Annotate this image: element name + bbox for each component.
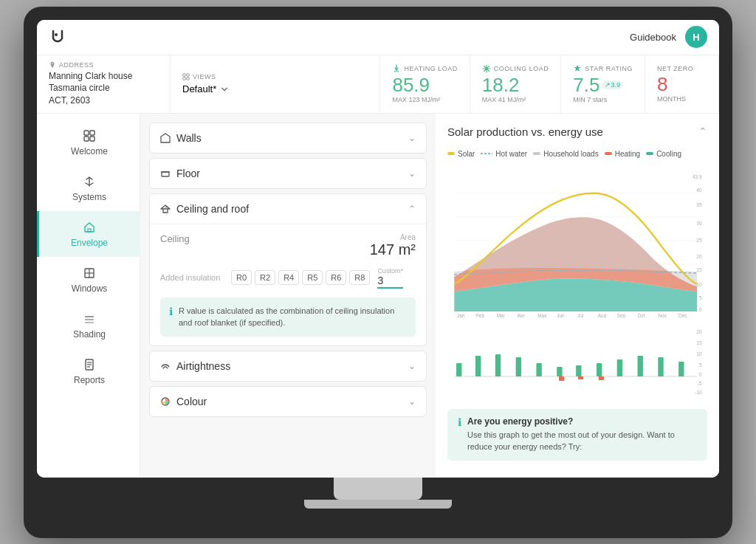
svg-text:20: 20	[696, 254, 701, 259]
svg-text:0: 0	[699, 372, 702, 377]
svg-rect-63	[516, 357, 521, 376]
svg-rect-62	[495, 354, 501, 376]
address-label: ADDRESS	[49, 61, 158, 69]
sidebar-item-welcome[interactable]: Welcome	[37, 120, 140, 165]
r6-button[interactable]: R6	[326, 270, 346, 285]
svg-rect-4	[187, 78, 189, 80]
area-chart: 43.9 40 35 30 25 20 15 10 5 0	[447, 170, 707, 317]
svg-text:15: 15	[696, 267, 701, 272]
guidebook-link[interactable]: Guidebook	[630, 32, 676, 43]
sidebar-label-systems: Systems	[72, 192, 106, 202]
content-area: Walls ⌄ Floor	[140, 114, 719, 478]
svg-rect-6	[90, 131, 94, 135]
chart-legend: Solar Hot water Household loads Heating …	[447, 150, 707, 158]
svg-text:0: 0	[699, 307, 702, 312]
views-label: VIEWS	[182, 73, 228, 80]
sidebar-item-reports[interactable]: Reports	[37, 348, 140, 394]
r5-button[interactable]: R5	[302, 270, 323, 285]
svg-text:15: 15	[696, 340, 701, 345]
svg-rect-69	[638, 356, 643, 376]
views-dropdown[interactable]: Default*	[182, 83, 228, 94]
section-floor-header[interactable]: Floor ⌄	[150, 159, 426, 188]
svg-rect-71	[678, 362, 684, 376]
svg-text:30: 30	[696, 221, 701, 226]
ceiling-info-box: ℹ R value is calculated as the combinati…	[160, 297, 416, 337]
svg-text:5: 5	[699, 295, 702, 300]
sidebar-label-windows: Windows	[72, 283, 108, 294]
svg-rect-8	[90, 137, 94, 141]
info-bar: ADDRESS Manning Clark house Tasmania cir…	[37, 55, 719, 114]
svg-rect-64	[536, 363, 541, 376]
svg-text:Sep: Sep	[617, 313, 626, 317]
svg-text:20: 20	[696, 329, 701, 334]
svg-text:Jul: Jul	[577, 313, 584, 317]
section-colour: Colour ⌄	[149, 386, 427, 417]
svg-rect-67	[597, 363, 602, 376]
sidebar-item-windows[interactable]: Windows	[37, 257, 140, 303]
r4-button[interactable]: R4	[278, 270, 299, 285]
svg-text:-5: -5	[698, 381, 702, 386]
chart-collapse[interactable]: ⌃	[698, 125, 707, 137]
svg-text:10: 10	[696, 282, 701, 287]
chart-panel: Solar production vs. energy use ⌃ Solar …	[436, 114, 719, 478]
svg-rect-5	[84, 131, 89, 135]
svg-rect-73	[578, 376, 583, 379]
address-section: ADDRESS Manning Clark house Tasmania cir…	[37, 55, 170, 113]
svg-text:5: 5	[699, 362, 702, 368]
sidebar-label-envelope: Envelope	[71, 238, 108, 248]
section-ceiling-header[interactable]: Ceiling and roof ⌃	[150, 194, 426, 224]
sidebar-label-reports: Reports	[74, 375, 105, 385]
svg-text:40: 40	[696, 187, 701, 193]
metric-netzero: NET ZERO 8 MONTHS	[645, 55, 719, 113]
bar-chart: 20 15 10 5 0 -5 -10	[447, 326, 707, 400]
svg-rect-65	[557, 367, 562, 376]
metric-heating: HEATING LOAD 85.9 MAX 123 MJ/m²	[380, 55, 470, 113]
svg-text:25: 25	[696, 238, 701, 243]
svg-rect-1	[183, 74, 185, 76]
sidebar-label-welcome: Welcome	[71, 146, 108, 156]
r2-button[interactable]: R2	[255, 270, 275, 285]
svg-point-0	[55, 33, 58, 36]
sidebar-item-shading[interactable]: Shading	[37, 303, 140, 348]
svg-text:Jun: Jun	[557, 313, 565, 317]
r0-button[interactable]: R0	[231, 270, 252, 285]
svg-rect-61	[475, 356, 481, 376]
metrics-section: HEATING LOAD 85.9 MAX 123 MJ/m² COOLING …	[379, 55, 719, 113]
section-colour-header[interactable]: Colour ⌄	[150, 387, 426, 416]
sidebar-label-shading: Shading	[73, 329, 106, 340]
svg-text:Aug: Aug	[598, 313, 607, 317]
chart-title: Solar production vs. energy use	[447, 125, 603, 138]
svg-rect-13	[85, 316, 94, 317]
svg-text:Mar: Mar	[497, 313, 506, 317]
sidebar-item-envelope[interactable]: Envelope	[37, 211, 140, 257]
avatar: H	[685, 26, 707, 48]
section-walls-header[interactable]: Walls ⌄	[150, 123, 426, 153]
bottom-info-icon: ℹ	[458, 416, 461, 428]
svg-rect-66	[576, 365, 581, 376]
bottom-info-title: Are you energy positive?	[467, 416, 697, 427]
svg-rect-74	[599, 376, 604, 380]
section-airtightness: Airtightness ⌄	[149, 351, 427, 382]
svg-text:Apr: Apr	[517, 313, 525, 317]
svg-text:10: 10	[696, 351, 701, 357]
sidebar: Welcome Systems Envelope	[37, 114, 140, 478]
svg-rect-3	[183, 78, 185, 80]
sidebar-item-systems[interactable]: Systems	[37, 165, 140, 211]
section-airtightness-header[interactable]: Airtightness ⌄	[150, 351, 426, 381]
section-floor: Floor ⌄	[149, 158, 427, 189]
svg-rect-68	[617, 359, 622, 376]
sections-panel: Walls ⌄ Floor	[140, 114, 436, 478]
section-ceiling: Ceiling and roof ⌃ Ceiling Area 147 m²	[149, 193, 427, 346]
ceiling-expanded: Ceiling Area 147 m² Added insulation	[150, 224, 426, 345]
svg-text:35: 35	[696, 202, 701, 207]
svg-text:-10: -10	[695, 390, 702, 395]
custom-block: Custom* 3	[377, 267, 403, 289]
ceiling-info-text: R value is calculated as the combination…	[179, 305, 407, 329]
bottom-info-text: Use this graph to get the most out of yo…	[467, 429, 697, 453]
r8-button[interactable]: R8	[349, 270, 370, 285]
svg-rect-15	[85, 322, 94, 323]
svg-text:Oct: Oct	[638, 313, 645, 317]
info-icon: ℹ	[169, 306, 173, 317]
svg-rect-60	[456, 363, 461, 376]
logo-icon	[49, 28, 66, 46]
